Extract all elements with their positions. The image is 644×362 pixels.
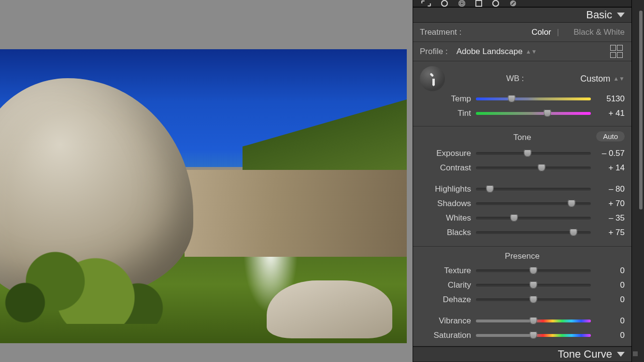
profile-browser-icon[interactable] [610,45,625,58]
eyedropper-icon [423,69,442,88]
vibrance-value[interactable]: 0 [596,316,625,326]
tool-strip [413,0,631,7]
exposure-label: Exposure [420,149,471,158]
crop-tool-icon[interactable] [421,0,431,7]
whites-slider[interactable] [476,217,591,220]
scrollbar-thumb[interactable] [639,11,643,209]
tint-label: Tint [420,109,471,118]
panel-scrollbar[interactable] [631,0,644,362]
profile-row: Profile : Adobe Landscape ▲▼ [413,42,631,61]
spiral-tool-icon[interactable] [458,0,466,7]
white-balance-picker[interactable] [420,66,445,91]
shadows-value[interactable]: + 70 [596,199,625,209]
contrast-value[interactable]: + 14 [596,163,625,173]
collapse-icon [617,13,625,17]
blacks-value[interactable]: + 75 [596,228,625,237]
dehaze-label: Dehaze [420,295,471,305]
wb-chevron-icon[interactable]: ▲▼ [613,75,625,82]
treatment-bw[interactable]: Black & White [573,28,625,37]
temp-value[interactable]: 5130 [596,94,625,104]
auto-tone-button[interactable]: Auto [596,131,625,141]
brush-tool-icon[interactable] [509,0,517,7]
blacks-slider[interactable] [476,231,591,234]
highlights-value[interactable]: – 80 [596,184,625,194]
highlights-slider[interactable] [476,188,591,191]
circle-tool-icon[interactable] [440,0,449,7]
exposure-value[interactable]: – 0.57 [596,149,625,158]
dehaze-value[interactable]: 0 [596,295,625,305]
basic-panel-title: Basic [586,9,612,21]
treatment-color[interactable]: Color [531,28,551,37]
temp-slider[interactable] [476,97,591,100]
tone-curve-panel-header[interactable]: Tone Curve [413,347,631,362]
wb-value[interactable]: Custom [580,74,610,84]
profile-chevron-icon[interactable]: ▲▼ [526,48,537,55]
shadows-slider[interactable] [476,202,591,205]
clarity-value[interactable]: 0 [596,280,625,290]
saturation-value[interactable]: 0 [596,331,625,340]
treatment-row: Treatment : Color | Black & White [413,23,631,42]
svg-rect-3 [476,0,482,6]
ring-tool-icon[interactable] [491,0,500,7]
highlights-label: Highlights [420,184,471,194]
svg-point-0 [442,0,447,6]
texture-label: Texture [420,266,471,276]
tone-curve-title: Tone Curve [558,348,612,361]
contrast-label: Contrast [420,163,471,173]
temp-label: Temp [420,94,471,104]
tint-slider[interactable] [476,112,591,115]
dehaze-slider[interactable] [476,298,591,301]
profile-value[interactable]: Adobe Landscape [457,47,523,56]
profile-label: Profile : [420,47,448,56]
svg-point-1 [459,0,465,6]
exposure-slider[interactable] [476,152,591,155]
whites-value[interactable]: – 35 [596,213,625,223]
panel-toggle-icon[interactable] [633,351,638,356]
treatment-label: Treatment : [420,28,461,37]
wb-label: WB : [450,74,580,84]
tint-value[interactable]: + 41 [596,109,625,118]
svg-rect-6 [429,73,434,77]
image-canvas[interactable] [0,0,413,362]
presence-title: Presence [420,251,625,261]
square-tool-icon[interactable] [475,0,483,7]
whites-label: Whites [420,213,471,223]
texture-slider[interactable] [476,269,591,272]
blacks-label: Blacks [420,228,471,237]
texture-value[interactable]: 0 [596,266,625,276]
svg-point-2 [460,2,463,5]
clarity-label: Clarity [420,280,471,290]
collapse-icon [617,352,625,357]
preview-image[interactable] [0,49,407,343]
contrast-slider[interactable] [476,167,591,169]
svg-point-4 [493,0,499,6]
basic-panel-header[interactable]: Basic [413,7,631,23]
clarity-slider[interactable] [476,284,591,287]
saturation-label: Saturation [420,331,471,340]
tone-title: Tone [514,133,531,142]
shadows-label: Shadows [420,199,471,209]
vibrance-slider[interactable] [476,320,591,322]
saturation-slider[interactable] [476,334,591,337]
vibrance-label: Vibrance [420,316,471,326]
